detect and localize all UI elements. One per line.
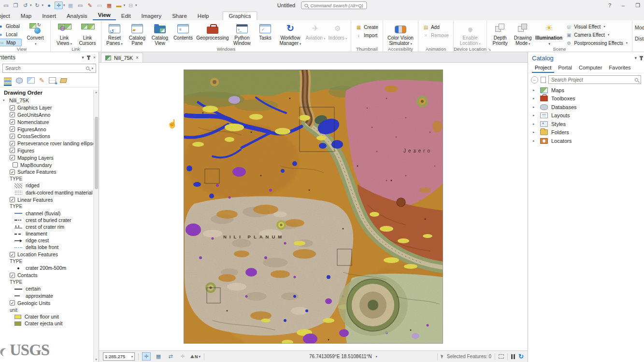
layer-checkbox[interactable]: ✓	[10, 300, 15, 306]
tab-analysis[interactable]: Analysis	[61, 12, 93, 20]
tab-project[interactable]: Project	[0, 12, 15, 20]
minimize-button[interactable]: –	[622, 2, 625, 8]
back-icon[interactable]: ←	[531, 76, 538, 84]
units-swap-icon[interactable]: ⇄	[166, 352, 175, 361]
expander-icon[interactable]: ▸	[533, 105, 537, 109]
expander-icon[interactable]: ▸	[533, 139, 537, 143]
contents-collapse-icon[interactable]: ▾	[82, 55, 84, 60]
layer-checkbox-unchecked[interactable]	[13, 162, 18, 167]
layer-crosssections[interactable]: ✓CrossSections	[0, 133, 99, 140]
layer-checkbox[interactable]: ✓	[10, 126, 15, 132]
layer-checkbox[interactable]: ✓	[10, 273, 15, 278]
pan-tool-icon[interactable]: ✛	[55, 1, 63, 9]
select-grid-icon[interactable]: ▦	[67, 1, 75, 9]
catalog-search[interactable]	[548, 75, 641, 84]
catalog-tab-portal[interactable]: Portal	[555, 64, 575, 73]
create-thumbnail-button[interactable]: ▦Create	[354, 23, 380, 31]
tab-view[interactable]: View	[93, 11, 116, 20]
scale-dropdown-icon[interactable]: ▾	[131, 355, 133, 359]
north-arrow-icon[interactable]: N▾	[190, 354, 200, 359]
qat-customize-icon[interactable]: ▾	[135, 3, 137, 7]
tab-share[interactable]: Share	[167, 12, 192, 20]
save-icon[interactable]: ❐	[12, 1, 20, 9]
local-button[interactable]: ●Local	[0, 30, 22, 38]
depth-priority-button[interactable]: Depth Priority	[489, 21, 511, 46]
link-views-button[interactable]: ◎ Link Views▾	[53, 21, 75, 46]
contents-close-icon[interactable]: ×	[93, 55, 96, 60]
python-window-button[interactable]: ›_ Python Window	[230, 21, 254, 46]
help-button[interactable]: ?	[608, 2, 611, 8]
explore-globe-icon[interactable]: ●	[45, 1, 53, 9]
layer-linear-features[interactable]: ✓Linear Features	[0, 196, 99, 203]
expander-icon[interactable]: ▾	[3, 98, 7, 102]
coordinates-display[interactable]: 76.7413059°E 18.5108611°N ▾	[309, 354, 377, 359]
tab-help[interactable]: Help	[192, 12, 215, 20]
layer-checkbox[interactable]: ✓	[10, 148, 15, 153]
contents-search-input[interactable]	[5, 66, 84, 71]
map-notes-icon[interactable]: ▭	[76, 1, 85, 9]
layer-geounitsanno[interactable]: ✓GeoUnitsAnno	[0, 111, 99, 119]
layer-figuresanno[interactable]: ✓FiguresAnno	[0, 125, 99, 133]
contents-pin-icon[interactable]	[88, 56, 89, 60]
indoors-button[interactable]: ⚙ Indoors▾	[327, 21, 348, 41]
contents-button[interactable]: ≡ Contents	[172, 21, 195, 41]
aviation-button[interactable]: ✈ Aviation▾	[305, 21, 326, 41]
tasks-button[interactable]: ✓ Tasks	[255, 21, 276, 41]
list-by-data-source-icon[interactable]	[16, 75, 23, 86]
measure-dropdown-icon[interactable]: ▾	[124, 3, 126, 7]
catalog-view-button[interactable]: Catalog View	[149, 21, 171, 46]
expander-icon[interactable]: ▸	[533, 97, 537, 100]
convert-button[interactable]: ↻ Convert▾	[23, 21, 48, 46]
contents-scrollbar[interactable]: ▴ ▾	[93, 90, 99, 362]
crosshair-icon[interactable]: ✛	[178, 352, 187, 361]
scroll-down-icon[interactable]: ▾	[95, 357, 97, 362]
buried-crater-swatch[interactable]	[14, 220, 22, 221]
layer-geologic-units[interactable]: ✓Geologic Units	[0, 299, 99, 306]
map-node[interactable]: ▾Nili_75K	[0, 97, 99, 104]
camera-effect-button[interactable]: ▣Camera Effect▾	[564, 31, 630, 39]
layer-contacts[interactable]: ✓Contacts	[0, 272, 99, 279]
list-by-editing-icon[interactable]: ✎	[39, 75, 44, 86]
crater-rim-swatch[interactable]	[14, 225, 22, 228]
crater-ejecta-unit-swatch[interactable]	[14, 321, 21, 326]
drawing-mode-button[interactable]: Drawing Mode▾	[512, 21, 534, 46]
layer-checkbox[interactable]: ✓	[10, 105, 15, 111]
edit-sketch-icon[interactable]: ✎	[86, 1, 94, 9]
global-button[interactable]: ●Global	[0, 22, 22, 30]
layer-mapboundary[interactable]: MapBoundary	[0, 161, 99, 168]
animation-remove-button[interactable]: ×Remove	[421, 31, 451, 39]
channel-swatch[interactable]	[14, 213, 22, 214]
catalog-item-toolboxes[interactable]: ▸Toolboxes	[528, 95, 644, 103]
layer-nomenclature[interactable]: ✓Nomenclature	[0, 118, 99, 125]
catalog-item-locators[interactable]: ▸Locators	[528, 137, 644, 145]
refresh-icon[interactable]: ↻	[518, 353, 524, 360]
postprocessing-effects-button[interactable]: ⚙Postprocessing Effects▾	[564, 39, 630, 47]
enable-location-button[interactable]: Enable Location▾	[456, 21, 484, 46]
layer-figures[interactable]: ✓Figures	[0, 147, 99, 154]
layer-graphics[interactable]: ✓Graphics Layer	[0, 104, 99, 111]
approximate-swatch[interactable]	[14, 295, 20, 296]
import-thumbnail-button[interactable]: ↓Import	[354, 31, 380, 39]
undo-dropdown-icon[interactable]: ▾	[30, 3, 32, 7]
layer-checkbox[interactable]: ✓	[10, 252, 15, 257]
catalog-item-styles[interactable]: ▸Styles	[528, 120, 644, 128]
workflow-manager-button[interactable]: ↻ Workflow Manager▾	[277, 21, 304, 46]
measure-icon[interactable]: ▬	[115, 1, 123, 9]
link-cursors-button[interactable]: + Link Cursors	[76, 21, 99, 46]
tab-insert[interactable]: Insert	[37, 12, 61, 20]
expander-icon[interactable]: ▸	[533, 122, 537, 126]
grid-icon[interactable]: ▦	[154, 352, 163, 361]
tab-graphics-contextual[interactable]: Graphics	[223, 12, 257, 20]
toolbox-icon[interactable]: ▦	[105, 1, 114, 9]
list-by-drawing-order-icon[interactable]	[4, 75, 12, 86]
pause-drawing-icon[interactable]	[511, 354, 515, 359]
layer-checkbox[interactable]: ✓	[10, 134, 15, 139]
reset-panes-button[interactable]: ↺ Reset Panes▾	[104, 21, 125, 46]
coords-dropdown-icon[interactable]: ▾	[376, 355, 377, 359]
expander-icon[interactable]: ▸	[533, 130, 537, 134]
mantling-swatch[interactable]	[14, 190, 22, 195]
tab-edit[interactable]: Edit	[116, 12, 136, 20]
redo-icon[interactable]: ↻	[33, 1, 42, 9]
link-icon[interactable]: ⊟	[127, 1, 135, 9]
new-window-icon[interactable]: ▭	[2, 1, 10, 9]
